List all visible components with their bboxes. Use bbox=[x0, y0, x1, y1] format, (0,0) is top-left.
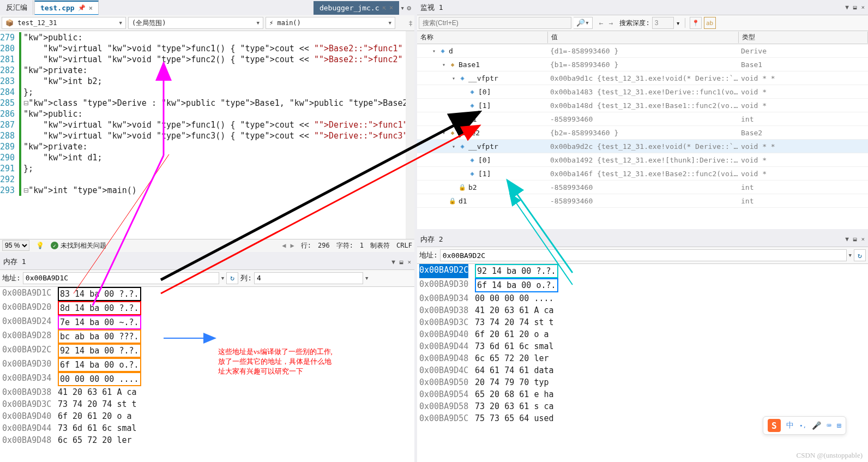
ime-punct[interactable]: •, bbox=[799, 422, 806, 429]
hex-toggle-icon[interactable]: ab bbox=[704, 17, 716, 29]
editor-tab-bar: 反汇编 test.cpp 📌 × debugger_jmc.c ⇱ × ▾ ⚙ bbox=[0, 0, 414, 15]
memory2-title: 内存 2 bbox=[420, 235, 443, 244]
sogou-logo-icon: S bbox=[768, 419, 781, 432]
memory1-body[interactable]: 这些地址是vs编译做了一些别的工作, 放了一些其它的地址，具体是什么地 址大家有… bbox=[0, 287, 414, 463]
address-label: 地址: bbox=[419, 250, 438, 260]
depth-label: 搜索深度: bbox=[619, 19, 649, 28]
tab-test-cpp[interactable]: test.cpp 📌 × bbox=[34, 1, 99, 15]
scope-func-dropdown[interactable]: ⚡ main()▼ bbox=[266, 17, 395, 29]
tab-label: debugger_jmc.c bbox=[320, 4, 379, 12]
watch-row[interactable]: ▾◈d{d1=-858993460 }Derive bbox=[417, 44, 868, 58]
memory-row[interactable]: 0x00BA9D5873 20 63 61 s ca bbox=[419, 400, 866, 412]
memory2-address-input[interactable] bbox=[440, 249, 847, 261]
memory-row[interactable]: 0x00BA9D406f 20 61 20 o a bbox=[419, 328, 866, 340]
nav-fwd-icon[interactable]: → bbox=[607, 18, 616, 28]
col-header-name[interactable]: 名称 bbox=[417, 32, 548, 43]
memory-row[interactable]: 0x00BA9D2C92 14 ba 00 ?.?. bbox=[419, 264, 866, 278]
depth-input[interactable] bbox=[652, 17, 674, 29]
overflow-button[interactable]: ▾ bbox=[400, 4, 405, 12]
watch-row[interactable]: ▾◈__vfptr0x00ba9d1c {test_12_31.exe!void… bbox=[417, 71, 868, 85]
close-icon[interactable]: × bbox=[861, 4, 865, 11]
memory-row[interactable]: 0x00BA9D3841 20 63 61 A ca bbox=[419, 304, 866, 316]
watch-row[interactable]: ◈[1]0x00ba148d {test_12_31.exe!Base1::fu… bbox=[417, 99, 868, 112]
close-icon[interactable]: × bbox=[89, 4, 93, 12]
scope-project-dropdown[interactable]: 📦 test_12_31▼ bbox=[2, 17, 126, 29]
code-editor[interactable]: 2792802812822832842852862872882892902912… bbox=[0, 31, 414, 239]
memory-row[interactable]: 0x00BA9D486c 65 72 20 ler bbox=[419, 352, 866, 364]
editor-status-bar: 95 % 💡 ✓未找到相关问题 ◀ ▶ 行:296 字符:1 制表符 CRLF bbox=[0, 239, 414, 252]
dropdown-icon[interactable]: ▼ bbox=[845, 236, 849, 243]
ime-toolbar[interactable]: S 中 •, 🎤 ⌨ ⊞ bbox=[763, 416, 846, 435]
pin-icon[interactable]: ⇱ bbox=[382, 4, 386, 11]
close-icon[interactable]: × bbox=[861, 236, 865, 243]
memory-row[interactable]: 0x00BA9D306f 14 ba 00 o.?. bbox=[2, 358, 412, 372]
close-icon[interactable]: × bbox=[389, 4, 393, 11]
memory-row[interactable]: 0x00BA9D2C92 14 ba 00 ?.?. bbox=[2, 344, 412, 358]
disassembly-tab[interactable]: 反汇编 bbox=[0, 0, 33, 15]
nav-right-icon[interactable]: ▶ bbox=[290, 242, 294, 249]
refresh-icon[interactable]: ↻ bbox=[854, 249, 866, 261]
nav-left-icon[interactable]: ◀ bbox=[282, 242, 286, 249]
close-icon[interactable]: × bbox=[407, 259, 411, 266]
dropdown-icon[interactable]: ▼ bbox=[391, 259, 395, 266]
pin-watch-icon[interactable]: 📍 bbox=[690, 17, 702, 29]
memory-row[interactable]: 0x00BA9D3841 20 63 61 A ca bbox=[2, 386, 412, 398]
ime-lang[interactable]: 中 bbox=[786, 421, 794, 430]
watch-row[interactable]: ▾◆Base1{b1=-858993460 }Base1 bbox=[417, 58, 868, 71]
memory-row[interactable]: 0x00BA9D208d 14 ba 00 ?.?. bbox=[2, 301, 412, 315]
watch-row[interactable]: ◈[0]0x00ba1483 {test_12_31.exe!Derive::f… bbox=[417, 85, 868, 99]
pin-icon[interactable]: ⬓ bbox=[400, 259, 403, 266]
memory1-title: 内存 1 bbox=[3, 257, 26, 267]
watch-row[interactable]: 🔒d1-858993460int bbox=[417, 194, 868, 208]
watch-row[interactable]: ▾◈__vfptr0x00ba9d2c {test_12_31.exe!void… bbox=[417, 140, 868, 153]
memory-row[interactable]: 0x00BA9D5465 20 68 61 e ha bbox=[419, 388, 866, 400]
scope-global-dropdown[interactable]: (全局范围)▼ bbox=[128, 17, 263, 29]
memory-row[interactable]: 0x00BA9D247e 14 ba 00 ~.?. bbox=[2, 315, 412, 329]
watch-row[interactable]: 🔒b1-858993460int bbox=[417, 112, 868, 126]
memory-row[interactable]: 0x00BA9D3C73 74 20 74 st t bbox=[419, 316, 866, 328]
zoom-select[interactable]: 95 % bbox=[2, 240, 29, 251]
gear-icon[interactable]: ⚙ bbox=[407, 4, 411, 12]
watch-row[interactable]: ◈[0]0x00ba1492 {test_12_31.exe![thunk]:D… bbox=[417, 153, 868, 167]
col-header-type[interactable]: 类型 bbox=[739, 32, 868, 43]
tab-label: test.cpp bbox=[40, 4, 75, 12]
watch-body[interactable]: ▾◈d{d1=-858993460 }Derive▾◆Base1{b1=-858… bbox=[417, 44, 868, 229]
memory1-columns-input[interactable] bbox=[254, 272, 363, 284]
nav-back-icon[interactable]: ← bbox=[597, 18, 606, 28]
memory-row[interactable]: 0x00BA9D4473 6d 61 6c smal bbox=[419, 340, 866, 352]
pin-icon[interactable]: 📌 bbox=[78, 4, 86, 11]
memory-row[interactable]: 0x00BA9D406f 20 61 20 o a bbox=[2, 410, 412, 422]
scope-dropdown-row: 📦 test_12_31▼ (全局范围)▼ ⚡ main()▼ ‡ bbox=[0, 15, 414, 31]
memory-row[interactable]: 0x00BA9D4C64 61 74 61 data bbox=[419, 364, 866, 376]
memory-row[interactable]: 0x00BA9D3400 00 00 00 .... bbox=[419, 292, 866, 304]
memory1-address-input[interactable] bbox=[23, 272, 219, 284]
watermark: CSDN @(unstoppable) bbox=[797, 451, 863, 460]
memory-row[interactable]: 0x00BA9D3400 00 00 00 .... bbox=[2, 372, 412, 386]
watch-row[interactable]: ▾◆Base2{b2=-858993460 }Base2 bbox=[417, 126, 868, 140]
memory-row[interactable]: 0x00BA9D3C73 74 20 74 st t bbox=[2, 398, 412, 410]
col-header-value[interactable]: 值 bbox=[548, 32, 739, 43]
memory-row[interactable]: 0x00BA9D4473 6d 61 6c smal bbox=[2, 422, 412, 434]
tab-debugger-jmc[interactable]: debugger_jmc.c ⇱ × bbox=[314, 1, 399, 15]
watch-row[interactable]: ◈[1]0x00ba146f {test_12_31.exe!Base2::fu… bbox=[417, 167, 868, 181]
address-label: 地址: bbox=[2, 273, 21, 283]
memory-row[interactable]: 0x00BA9D306f 14 ba 00 o.?. bbox=[419, 278, 866, 292]
ime-mic-icon[interactable]: 🎤 bbox=[812, 421, 821, 430]
dropdown-icon[interactable]: ▼ bbox=[845, 4, 849, 11]
watch-title: 监视 1 bbox=[420, 3, 443, 13]
memory-row[interactable]: 0x00BA9D28bc ab ba 00 ???. bbox=[2, 329, 412, 344]
memory-row[interactable]: 0x00BA9D1C83 14 ba 00 ?.?. bbox=[2, 287, 412, 301]
search-icon[interactable]: 🔎▾ bbox=[574, 17, 593, 29]
pin-icon[interactable]: ⬓ bbox=[853, 4, 857, 11]
split-button[interactable]: ‡ bbox=[408, 19, 413, 27]
watch-row[interactable]: 🔒b2-858993460int bbox=[417, 181, 868, 194]
watch-search-input[interactable] bbox=[419, 17, 571, 29]
memory-row[interactable]: 0x00BA9D5020 74 79 70 typ bbox=[419, 376, 866, 388]
col-label: 列: bbox=[240, 273, 252, 283]
refresh-icon[interactable]: ↻ bbox=[226, 272, 238, 284]
ime-grid-icon[interactable]: ⊞ bbox=[837, 421, 841, 430]
memory-row[interactable]: 0x00BA9D486c 65 72 20 ler bbox=[2, 434, 412, 446]
ime-keyboard-icon[interactable]: ⌨ bbox=[827, 421, 831, 430]
pin-icon[interactable]: ⬓ bbox=[853, 236, 857, 243]
